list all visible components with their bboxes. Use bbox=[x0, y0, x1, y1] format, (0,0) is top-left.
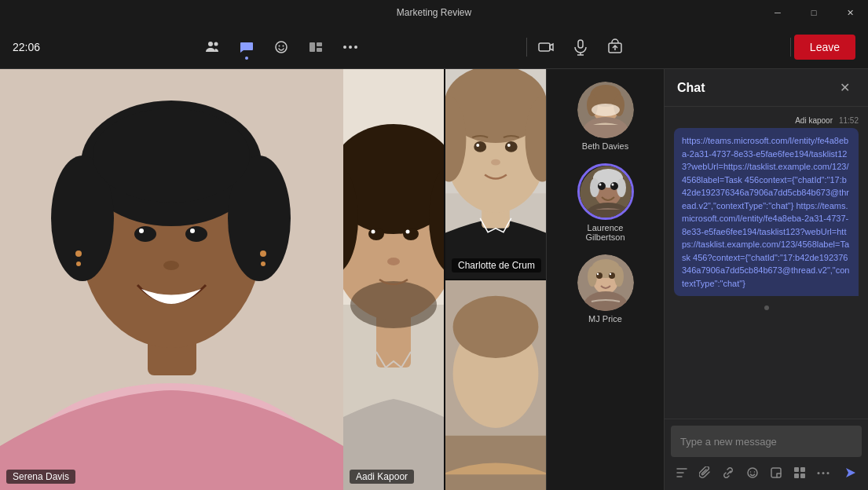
svg-point-33 bbox=[261, 261, 266, 266]
svg-point-76 bbox=[617, 178, 626, 197]
svg-rect-97 bbox=[800, 467, 805, 472]
close-button[interactable]: ✕ bbox=[832, 0, 868, 25]
send-button[interactable] bbox=[840, 462, 862, 484]
participants-button[interactable] bbox=[196, 31, 228, 63]
window-controls: ─ □ ✕ bbox=[760, 0, 868, 25]
mic-button[interactable] bbox=[565, 31, 596, 63]
avatar-mj bbox=[577, 254, 634, 311]
participant-laurence: Laurence Gilbertson bbox=[574, 163, 637, 242]
svg-point-8 bbox=[343, 46, 346, 49]
video-label-charlotte: Charlotte de Crum bbox=[452, 258, 541, 272]
svg-point-57 bbox=[505, 141, 518, 152]
more-button[interactable] bbox=[335, 31, 366, 63]
participant-name-mj: MJ Price bbox=[574, 314, 637, 324]
participant-name-beth: Beth Davies bbox=[574, 141, 637, 151]
svg-point-101 bbox=[822, 472, 825, 474]
chat-close-button[interactable]: ✕ bbox=[833, 77, 855, 99]
svg-point-2 bbox=[276, 42, 287, 53]
chat-message-meta: Adi kapoor 11:52 bbox=[674, 116, 859, 125]
svg-point-47 bbox=[406, 230, 410, 234]
participants-sidebar: Beth Davies La bbox=[546, 69, 664, 490]
svg-point-77 bbox=[598, 182, 606, 190]
svg-rect-12 bbox=[578, 40, 583, 48]
svg-point-29 bbox=[163, 261, 179, 270]
svg-point-102 bbox=[827, 472, 830, 474]
participant-name-laurence: Laurence Gilbertson bbox=[574, 223, 637, 242]
link-button[interactable] bbox=[718, 462, 740, 484]
video-label-serena: Serena Davis bbox=[6, 470, 75, 484]
svg-point-86 bbox=[614, 266, 624, 287]
svg-point-64 bbox=[453, 296, 539, 358]
svg-point-32 bbox=[260, 250, 266, 257]
sticker-button[interactable] bbox=[765, 462, 787, 484]
svg-point-78 bbox=[610, 182, 618, 190]
camera-button[interactable] bbox=[530, 31, 562, 63]
emoji-button[interactable] bbox=[742, 462, 764, 484]
toolbar-icons bbox=[196, 31, 366, 63]
more-chat-button[interactable] bbox=[812, 462, 834, 484]
svg-point-31 bbox=[76, 261, 81, 266]
avatar-laurence bbox=[577, 163, 634, 220]
svg-point-45 bbox=[403, 228, 419, 240]
chat-messages[interactable]: Adi kapoor 11:52 https://teams.microsoft… bbox=[665, 107, 868, 419]
svg-point-90 bbox=[609, 273, 610, 275]
video-cell-aadi: Aadi Kapoor bbox=[343, 69, 444, 490]
avatar-beth bbox=[577, 82, 634, 138]
svg-point-43 bbox=[350, 281, 437, 328]
video-area: Serena Davis bbox=[0, 69, 546, 490]
apps-button[interactable] bbox=[789, 462, 811, 484]
toolbar-separator-2 bbox=[790, 38, 791, 57]
svg-point-94 bbox=[754, 471, 756, 473]
right-video-grid: Aadi Kapoor bbox=[343, 69, 546, 490]
svg-point-26 bbox=[185, 226, 207, 242]
svg-rect-11 bbox=[539, 43, 550, 51]
video-cell-charlotte: Charlotte de Crum bbox=[445, 69, 546, 279]
chat-button[interactable] bbox=[231, 31, 262, 63]
svg-point-24 bbox=[93, 108, 250, 203]
title-bar: Marketing Review ─ □ ✕ bbox=[0, 0, 868, 25]
svg-point-44 bbox=[368, 228, 384, 240]
share-button[interactable] bbox=[599, 31, 631, 63]
chat-toolbar bbox=[671, 462, 862, 484]
svg-rect-5 bbox=[309, 42, 315, 52]
rooms-button[interactable] bbox=[300, 31, 331, 63]
svg-point-70 bbox=[591, 104, 620, 116]
window-title: Marketing Review bbox=[397, 7, 471, 18]
reactions-button[interactable] bbox=[266, 31, 297, 63]
svg-point-25 bbox=[134, 226, 156, 242]
svg-point-93 bbox=[750, 471, 752, 473]
chat-input-box[interactable]: Type a new message bbox=[671, 426, 862, 457]
svg-point-89 bbox=[596, 273, 598, 275]
attach-button[interactable] bbox=[694, 462, 716, 484]
svg-point-60 bbox=[491, 159, 500, 166]
svg-point-79 bbox=[599, 184, 601, 186]
chat-header: Chat ✕ bbox=[665, 69, 868, 107]
leave-button[interactable]: Leave bbox=[794, 35, 855, 60]
svg-point-75 bbox=[590, 178, 599, 197]
svg-point-56 bbox=[474, 141, 486, 152]
svg-point-30 bbox=[75, 250, 82, 257]
main-video-serena: Serena Davis bbox=[0, 69, 343, 490]
svg-point-9 bbox=[349, 46, 352, 49]
time-display: 22:06 bbox=[13, 41, 40, 53]
maximize-button[interactable]: □ bbox=[796, 0, 832, 25]
svg-point-1 bbox=[214, 42, 218, 46]
svg-point-85 bbox=[588, 266, 597, 287]
svg-point-27 bbox=[139, 229, 144, 233]
svg-point-58 bbox=[476, 144, 479, 147]
svg-rect-6 bbox=[317, 42, 322, 46]
toolbar: 22:06 bbox=[0, 25, 868, 69]
chat-input-area: Type a new message bbox=[665, 419, 868, 490]
svg-point-3 bbox=[279, 45, 280, 46]
chat-title: Chat bbox=[677, 81, 705, 95]
chat-input-placeholder: Type a new message bbox=[680, 436, 777, 448]
svg-rect-7 bbox=[317, 48, 322, 52]
chat-message-bubble: https://teams.microsoft.com/l/entity/fe4… bbox=[674, 128, 859, 296]
minimize-button[interactable]: ─ bbox=[760, 0, 796, 25]
media-icons bbox=[530, 31, 631, 63]
svg-rect-95 bbox=[771, 468, 781, 477]
svg-point-46 bbox=[372, 230, 375, 234]
chat-panel: Chat ✕ Adi kapoor 11:52 https://teams.mi… bbox=[664, 69, 868, 490]
format-text-button[interactable] bbox=[671, 462, 693, 484]
svg-point-80 bbox=[611, 184, 613, 186]
